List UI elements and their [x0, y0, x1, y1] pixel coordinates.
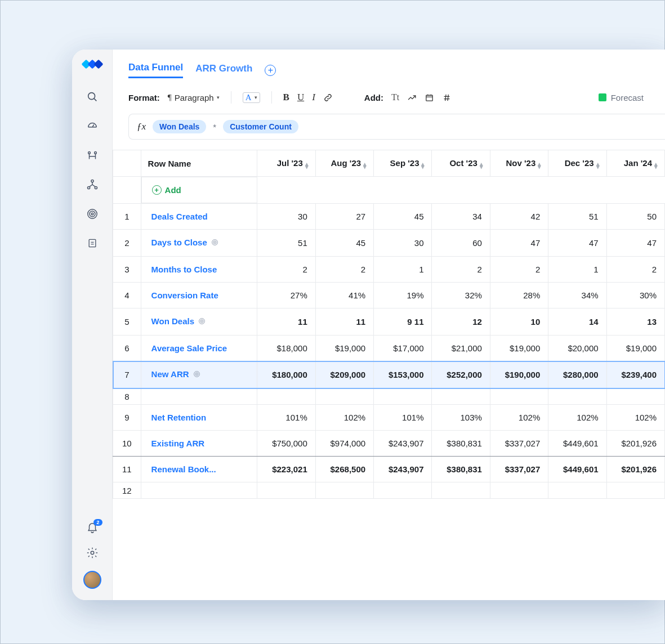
- value-cell[interactable]: $239,400: [606, 361, 664, 388]
- value-cell[interactable]: 2: [315, 257, 373, 283]
- value-cell[interactable]: $449,601: [548, 457, 606, 482]
- value-cell[interactable]: [315, 482, 373, 499]
- table-row[interactable]: 2Days to Close51453060474747: [113, 230, 665, 257]
- value-cell[interactable]: 12: [432, 308, 490, 336]
- value-cell[interactable]: 101%: [257, 405, 315, 431]
- value-cell[interactable]: $380,831: [432, 431, 490, 457]
- tab-arr-growth[interactable]: ARR Growth: [195, 63, 252, 78]
- formula-bar[interactable]: ƒx Won Deals * Customer Count: [128, 114, 665, 140]
- row-name-cell[interactable]: Days to Close: [141, 230, 257, 257]
- value-cell[interactable]: 51: [257, 230, 315, 257]
- column-month-2[interactable]: Sep '23▴▾: [374, 150, 432, 177]
- value-cell[interactable]: 30: [257, 204, 315, 230]
- value-cell[interactable]: $974,000: [315, 431, 373, 457]
- value-cell[interactable]: 102%: [548, 405, 606, 431]
- underline-button[interactable]: U: [297, 92, 304, 103]
- table-row[interactable]: 5Won Deals11119 1112101413: [113, 308, 665, 336]
- table-row[interactable]: 11Renewal Book...$223,021$268,500$243,90…: [113, 457, 665, 482]
- dashboard-icon[interactable]: [86, 119, 99, 133]
- row-name-cell[interactable]: Existing ARR: [141, 431, 257, 457]
- value-cell[interactable]: 41%: [315, 283, 373, 308]
- value-cell[interactable]: [374, 482, 432, 499]
- value-cell[interactable]: $180,000: [257, 361, 315, 388]
- row-name-cell[interactable]: Average Sale Price: [141, 336, 257, 361]
- value-cell[interactable]: $243,907: [374, 431, 432, 457]
- value-cell[interactable]: 42: [490, 204, 548, 230]
- add-row-button[interactable]: + Add: [141, 177, 257, 203]
- table-row[interactable]: 9Net Retention101%102%101%103%102%102%10…: [113, 405, 665, 431]
- notes-icon[interactable]: [86, 236, 99, 250]
- value-cell[interactable]: 51: [548, 204, 606, 230]
- add-text-button[interactable]: Tt: [391, 92, 399, 102]
- value-cell[interactable]: 11: [257, 308, 315, 336]
- value-cell[interactable]: $21,000: [432, 336, 490, 361]
- table-row[interactable]: 3Months to Close2212212: [113, 257, 665, 283]
- value-cell[interactable]: 27%: [257, 283, 315, 308]
- table-row[interactable]: 10Existing ARR$750,000$974,000$243,907$3…: [113, 431, 665, 457]
- row-name-cell[interactable]: Won Deals: [141, 308, 257, 336]
- column-month-5[interactable]: Dec '23▴▾: [548, 150, 606, 177]
- row-name-cell[interactable]: New ARR: [141, 361, 257, 388]
- column-month-4[interactable]: Nov '23▴▾: [490, 150, 548, 177]
- value-cell[interactable]: [490, 388, 548, 405]
- row-name-cell[interactable]: [141, 388, 257, 405]
- value-cell[interactable]: 47: [548, 230, 606, 257]
- add-number-button[interactable]: [442, 93, 452, 102]
- value-cell[interactable]: 28%: [490, 283, 548, 308]
- value-cell[interactable]: $201,926: [606, 431, 664, 457]
- value-cell[interactable]: $750,000: [257, 431, 315, 457]
- value-cell[interactable]: 34: [432, 204, 490, 230]
- value-cell[interactable]: 27: [315, 204, 373, 230]
- value-cell[interactable]: $268,500: [315, 457, 373, 482]
- value-cell[interactable]: $243,907: [374, 457, 432, 482]
- value-cell[interactable]: [548, 388, 606, 405]
- notification-icon[interactable]: 2: [86, 521, 99, 535]
- user-avatar[interactable]: [83, 571, 101, 589]
- text-color-button[interactable]: A▾: [243, 92, 260, 103]
- value-cell[interactable]: 2: [490, 257, 548, 283]
- value-cell[interactable]: [606, 482, 664, 499]
- value-cell[interactable]: 50: [606, 204, 664, 230]
- column-month-0[interactable]: Jul '23▴▾: [257, 150, 315, 177]
- formula-chip-customer-count[interactable]: Customer Count: [223, 120, 298, 133]
- search-icon[interactable]: [86, 90, 99, 104]
- value-cell[interactable]: 11: [315, 308, 373, 336]
- settings-icon[interactable]: [86, 546, 99, 560]
- row-name-cell[interactable]: [141, 482, 257, 499]
- add-date-button[interactable]: [425, 93, 434, 102]
- value-cell[interactable]: $153,000: [374, 361, 432, 388]
- value-cell[interactable]: 30: [374, 230, 432, 257]
- value-cell[interactable]: $20,000: [548, 336, 606, 361]
- value-cell[interactable]: [432, 482, 490, 499]
- value-cell[interactable]: 103%: [432, 405, 490, 431]
- target-icon[interactable]: [86, 207, 99, 221]
- column-month-1[interactable]: Aug '23▴▾: [315, 150, 373, 177]
- value-cell[interactable]: [315, 388, 373, 405]
- value-cell[interactable]: 102%: [490, 405, 548, 431]
- column-month-3[interactable]: Oct '23▴▾: [432, 150, 490, 177]
- value-cell[interactable]: 30%: [606, 283, 664, 308]
- analytics-icon[interactable]: [86, 149, 99, 162]
- value-cell[interactable]: 2: [432, 257, 490, 283]
- value-cell[interactable]: $280,000: [548, 361, 606, 388]
- row-name-cell[interactable]: Net Retention: [141, 405, 257, 431]
- value-cell[interactable]: 32%: [432, 283, 490, 308]
- value-cell[interactable]: $380,831: [432, 457, 490, 482]
- value-cell[interactable]: 1: [548, 257, 606, 283]
- value-cell[interactable]: 14: [548, 308, 606, 336]
- value-cell[interactable]: $209,000: [315, 361, 373, 388]
- paragraph-dropdown[interactable]: ¶ Paragraph ▾: [168, 93, 220, 102]
- value-cell[interactable]: [374, 388, 432, 405]
- value-cell[interactable]: [490, 482, 548, 499]
- row-name-cell[interactable]: Deals Created: [141, 204, 257, 230]
- value-cell[interactable]: 45: [315, 230, 373, 257]
- value-cell[interactable]: 101%: [374, 405, 432, 431]
- value-cell[interactable]: 102%: [606, 405, 664, 431]
- value-cell[interactable]: $17,000: [374, 336, 432, 361]
- link-button[interactable]: [323, 93, 333, 102]
- table-row[interactable]: 7New ARR$180,000$209,000$153,000$252,000…: [113, 361, 665, 388]
- value-cell[interactable]: $252,000: [432, 361, 490, 388]
- value-cell[interactable]: $19,000: [606, 336, 664, 361]
- value-cell[interactable]: 47: [606, 230, 664, 257]
- italic-button[interactable]: I: [312, 92, 315, 103]
